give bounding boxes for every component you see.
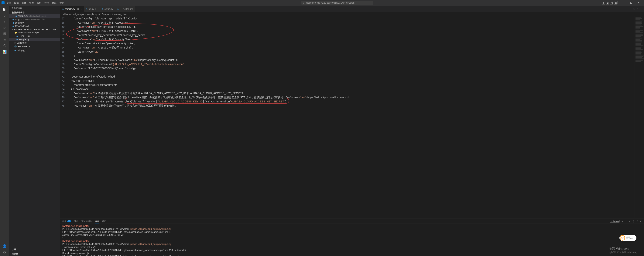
close-panel-icon[interactable]: ✕ [640, 220, 642, 223]
terminal-shell-label[interactable]: ▷ Python [610, 220, 620, 223]
open-editor-item[interactable]: ⬗ README.md [9, 24, 60, 28]
code-line[interactable]: "kw">return "fn">FC20230330Client("param… [68, 66, 631, 70]
panel-tab-terminal[interactable]: 终端 [95, 219, 99, 224]
split-terminal-icon[interactable]: ⫽ [628, 220, 631, 223]
breadcrumb-segment[interactable]: ⊡ Sample [99, 13, 110, 16]
more-actions-icon[interactable]: ⋯ [640, 8, 642, 10]
code-line[interactable]: "param">security_token="param">security_… [68, 41, 631, 45]
terminal-line: Sample.main(sys.argv[1:]) [62, 252, 642, 255]
new-terminal-icon[interactable]: + [622, 220, 623, 223]
menu-view[interactable]: 查看 [28, 0, 35, 6]
layout-sidebar-right-icon[interactable]: ◨ [610, 1, 614, 4]
settings-gear-icon[interactable]: ⚙ [2, 250, 7, 255]
code-line[interactable]: "kw">class="cmt"># 需要安装额外的依赖库，直接点击下载完整工程… [68, 104, 631, 108]
project-header[interactable]: ⌄ CECC6FBC-6C4B-4229-BC0C-9A1F90317B4C-.… [9, 28, 60, 31]
menu-help[interactable]: 帮助 [58, 0, 66, 6]
nav-back-icon[interactable]: ← [294, 1, 296, 4]
tree-item[interactable]: ⓘ README.md [9, 44, 60, 48]
kill-terminal-icon[interactable]: 🗑 [633, 220, 635, 223]
window-close-icon[interactable]: ✕ [635, 0, 642, 6]
code-line[interactable]: "kw">class="cmt"># 请确保代码运行环境设置了环境变量 ALIB… [68, 91, 631, 95]
layout-sidebar-left-icon[interactable]: ◧ [602, 1, 605, 4]
nav-fwd-icon[interactable]: → [298, 1, 300, 4]
code-line[interactable]: "kw">class="cmt"># 必填，您的 AccessKey ID， [68, 20, 631, 25]
remote-icon[interactable]: ⎋ [2, 37, 7, 42]
code-line[interactable]: "kw">class="cmt"># 必填，表明使用 STS 方式， [68, 45, 631, 50]
source-control-icon[interactable]: ⑂ [2, 19, 7, 24]
testing-icon[interactable]: ⚗ [2, 43, 7, 48]
code-line[interactable]: "param">client = "cls">Sample."fn">creat… [68, 99, 631, 104]
tree-item[interactable]: ◎ .gitignore [9, 41, 60, 44]
terminal-line: PS E:\Download\cecc6fbc-6c4b-4229-bc0c-9… [62, 243, 642, 246]
breadcrumb[interactable]: alibabacloud_sample›sample.py›⊡ Sample›⊡… [60, 12, 644, 16]
code-line[interactable]: "param">access_key_secret="param">access… [68, 33, 631, 37]
code-line[interactable]: "param">type='sts' [68, 50, 631, 54]
vscode-logo-icon [2, 1, 4, 4]
breadcrumb-segment[interactable]: sample.py [87, 13, 97, 16]
code-line[interactable]: "param">config = "cls">open_api_models."… [68, 16, 631, 20]
code-line[interactable]: "param">args: "cls">List["param">str], [68, 83, 631, 87]
code-line[interactable]: ) [68, 54, 631, 58]
menu-terminal[interactable]: 终端 [51, 0, 58, 6]
explorer-icon[interactable]: 🗎 [2, 7, 7, 12]
extensions-icon[interactable]: ⊞ [2, 31, 7, 36]
open-editors-header[interactable]: ⌄ 打开的编辑器 [9, 11, 60, 14]
breadcrumb-segment[interactable]: ⊡ create_client [112, 13, 127, 16]
sidebar-more-icon[interactable]: ⋯ [56, 7, 58, 9]
code-line[interactable]: "kw">class="cmt"># 必填，您的 Security Token， [68, 37, 631, 41]
panel-tab-ports[interactable]: 端口 [102, 219, 106, 224]
search-icon[interactable]: ⌕ [2, 13, 7, 18]
open-editor-item[interactable]: ⬗ setup.py [9, 21, 60, 24]
open-editor-item[interactable]: ⬗ os.py C:\Users\Administrato... 9+ [9, 18, 60, 21]
tree-item[interactable]: ⬗ setup.py [9, 48, 60, 52]
accounts-icon[interactable]: 👤 [2, 244, 7, 249]
menu-edit[interactable]: 编辑 [13, 0, 20, 6]
code-line[interactable]: "kw">class="cmt"># 工程代码泄露可能会导致 AccessKey… [68, 95, 631, 99]
layout-panel-icon[interactable]: ▣ [606, 1, 609, 4]
panel-tab-output[interactable]: 输出 [74, 219, 78, 224]
menu-select[interactable]: 选择 [20, 0, 28, 6]
code-line[interactable]: "kw">def "fn">main( [68, 79, 631, 83]
outline-header[interactable]: ›大纲 [9, 247, 60, 252]
editor-tab[interactable]: ⬗ setup.py [100, 6, 115, 12]
editor-tab[interactable]: ⬗ os.py 9+ [84, 6, 100, 12]
terminal-line: access_key_secret=bUeF5m1rGg8CsJ5qxGo3uN… [62, 234, 642, 237]
code-line[interactable]: "kw">class="cmt"># 必填，您的 AccessKey Secre… [68, 29, 631, 33]
tree-item[interactable]: ⬗ sample.py [9, 38, 60, 41]
chevron-down-icon: ⌄ [10, 11, 11, 13]
breadcrumb-segment[interactable]: alibabacloud_sample [63, 13, 84, 16]
code-line[interactable]: "param">access_key_id="param">access_key… [68, 25, 631, 29]
system-monitor-widget[interactable]: 91% 1.76GCPU 39°C [620, 235, 636, 241]
terminal-dropdown-icon[interactable]: ⌄ [625, 220, 626, 223]
search-placeholder: cecc6fbc-6c4b-4229-bc0c-9a1f90317b4c-Pyt… [306, 1, 354, 4]
menu-file[interactable]: 文件 [5, 0, 12, 6]
terminal-line: File "E:\Download\cecc6fbc-6c4b-4229-bc0… [62, 255, 642, 256]
panel-tab-problems[interactable]: 问题35 [62, 219, 71, 224]
run-debug-icon[interactable]: ▷ [2, 25, 7, 30]
layout-custom-icon[interactable]: ▦ [614, 1, 618, 4]
minimap[interactable] [634, 16, 644, 218]
code-line[interactable]: "param">config."fn">endpoint = f"{'ALICL… [68, 62, 631, 66]
code-line[interactable]: ) -> "kw">None: [68, 87, 631, 91]
tree-item[interactable]: ⬗ __init__.py [9, 34, 60, 38]
code-line[interactable]: "decorator underline">@staticmethod [68, 75, 631, 79]
editor-tab[interactable]: ⬗ sample.py ✕ [60, 6, 84, 12]
editor-tab[interactable]: ⬗ README.md [115, 6, 135, 12]
code-editor[interactable]: 5758596061626364656667686970717273747576… [60, 16, 634, 218]
maximize-panel-icon[interactable]: ^ [637, 220, 638, 223]
tree-item[interactable]: 📁 alibabacloud_sample [9, 31, 60, 34]
timeline-header[interactable]: ›时间线 [9, 252, 60, 256]
run-icon[interactable]: ▷ [633, 8, 634, 10]
open-editor-item[interactable]: ✕ ⬗ sample.py alibabacloud_sample [9, 14, 60, 18]
menu-run[interactable]: 运行 [43, 0, 50, 6]
panel-tab-debug[interactable]: 调试控制台 [82, 219, 92, 224]
window-minimize-icon[interactable]: ─ [620, 0, 627, 6]
code-line[interactable]: "kw">class="cmt"># Endpoint 请参考 "kw">cla… [68, 58, 631, 62]
split-editor-icon[interactable]: ⫽ [636, 8, 638, 10]
code-line[interactable] [68, 70, 631, 75]
graph-icon[interactable]: 📊 [2, 49, 7, 54]
menu-go[interactable]: 转到 [36, 0, 43, 6]
window-maximize-icon[interactable]: ☐ [627, 0, 635, 6]
terminal-output[interactable]: SyntaxError: invalid syntaxPS E:\Downloa… [60, 224, 644, 256]
command-center[interactable]: ⌕ cecc6fbc-6c4b-4229-bc0c-9a1f90317b4c-P… [302, 1, 373, 5]
